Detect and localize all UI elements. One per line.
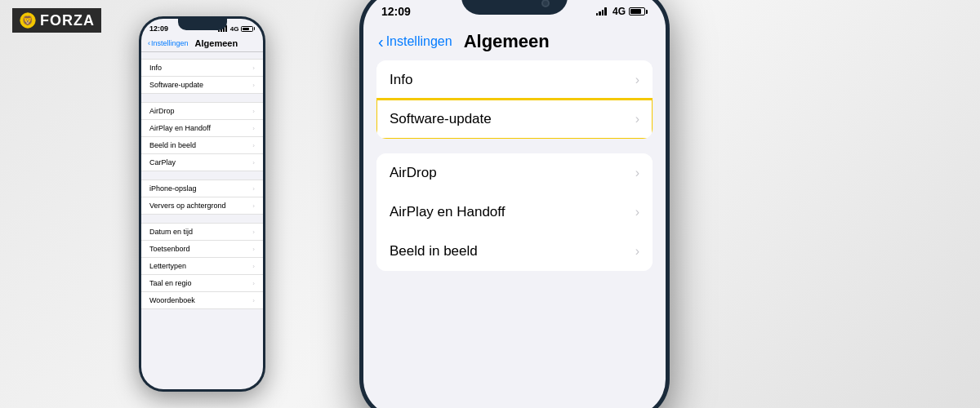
section-gap	[141, 171, 263, 180]
list-item[interactable]: Lettertypen ›	[141, 258, 263, 275]
item-software-update-label: Software-update	[390, 111, 492, 127]
section-small-4: Datum en tijd › Toetsenbord › Lettertype…	[141, 223, 263, 309]
list-item-software-update[interactable]: Software-update ›	[376, 100, 653, 139]
chevron-icon: ›	[252, 125, 255, 132]
item-airplay-label: AirPlay en Handoff	[390, 204, 505, 220]
chevron-icon: ›	[252, 142, 255, 149]
chevron-icon: ›	[252, 263, 255, 270]
list-item[interactable]: Woordenboek ›	[141, 292, 263, 309]
settings-list-small: Info › Software-update › AirDrop › AirPl…	[141, 52, 263, 309]
nav-bar-large: ‹ Instellingen Algemeen	[363, 28, 666, 60]
chevron-icon: ›	[252, 64, 255, 72]
list-item[interactable]: Taal en regio ›	[141, 275, 263, 292]
signal-bar-l2	[599, 11, 601, 16]
phone-large-notch	[461, 0, 568, 15]
chevron-icon: ›	[252, 108, 255, 115]
chevron-icon: ›	[635, 244, 639, 259]
list-item[interactable]: iPhone-opslag ›	[141, 180, 263, 197]
forza-lion-icon: 🦁	[19, 11, 37, 29]
list-item[interactable]: Ververs op achtergrond ›	[141, 197, 263, 215]
phone-large: 12:09 4G ‹ In	[359, 0, 670, 408]
settings-section-large-2: AirDrop › AirPlay en Handoff › Beeld in …	[376, 153, 653, 271]
signal-bar-4	[225, 25, 227, 32]
chevron-icon: ›	[252, 228, 255, 236]
list-item[interactable]: Beeld in beeld ›	[141, 137, 263, 154]
chevron-icon: ›	[252, 246, 255, 253]
section-small-2: AirDrop › AirPlay en Handoff › Beeld in …	[141, 102, 263, 171]
chevron-icon: ›	[252, 297, 255, 304]
nav-title-large: Algemeen	[464, 31, 550, 52]
network-large: 4G	[612, 6, 626, 17]
chevron-icon: ›	[635, 166, 639, 180]
network-small: 4G	[230, 25, 239, 33]
chevron-icon: ›	[635, 73, 639, 87]
list-item[interactable]: AirPlay en Handoff ›	[376, 193, 653, 232]
list-item[interactable]: AirDrop ›	[141, 102, 263, 120]
section-gap-large	[363, 140, 666, 153]
chevron-icon: ›	[252, 159, 255, 166]
phone-large-screen: 12:09 4G ‹ In	[363, 0, 666, 408]
time-large: 12:09	[381, 5, 411, 18]
chevron-icon: ›	[252, 202, 255, 210]
nav-bar-small: ‹ Instellingen Algemeen	[141, 37, 263, 52]
list-item[interactable]: Datum en tijd ›	[141, 223, 263, 241]
time-small: 12:09	[149, 24, 168, 33]
battery-icon-large	[629, 7, 648, 16]
section-small-3: iPhone-opslag › Ververs op achtergrond ›	[141, 180, 263, 215]
signal-bar-l3	[602, 10, 604, 16]
item-info-label: Info	[390, 72, 412, 88]
list-item[interactable]: AirPlay en Handoff ›	[141, 120, 263, 137]
nav-title-small: Algemeen	[195, 38, 238, 48]
chevron-icon: ›	[635, 205, 639, 220]
chevron-icon: ›	[252, 185, 255, 193]
back-chevron-small: ‹	[148, 39, 150, 47]
back-label-large: Instellingen	[386, 34, 452, 49]
logo-text: FORZA	[40, 12, 95, 29]
list-item[interactable]: Software-update ›	[141, 77, 263, 94]
back-label-small: Instellingen	[151, 39, 189, 47]
section-gap	[141, 94, 263, 102]
settings-list-large: Info › Software-update › AirDrop › AirPl…	[363, 60, 666, 273]
back-button-small[interactable]: ‹ Instellingen	[148, 39, 189, 47]
logo: 🦁 FORZA	[12, 8, 101, 33]
logo-area: 🦁 FORZA	[12, 8, 101, 33]
signal-bar-l1	[596, 13, 599, 16]
item-airdrop-label: AirDrop	[390, 165, 437, 181]
list-item[interactable]: Beeld in beeld ›	[376, 232, 653, 271]
list-item[interactable]: AirDrop ›	[376, 153, 653, 193]
phone-small: 12:09 4G ‹ In	[139, 16, 265, 392]
phone-small-notch	[178, 19, 227, 30]
list-item[interactable]: Info ›	[141, 59, 263, 77]
signal-icon-large	[596, 7, 607, 16]
section-small-1: Info › Software-update ›	[141, 59, 263, 94]
list-item[interactable]: CarPlay ›	[141, 154, 263, 171]
back-chevron-large: ‹	[378, 33, 384, 51]
chevron-icon: ›	[252, 280, 255, 287]
settings-section-large-1: Info › Software-update ›	[376, 60, 653, 139]
item-beeld-label: Beeld in beeld	[390, 243, 478, 259]
battery-icon-small	[241, 26, 256, 32]
chevron-icon: ›	[252, 82, 255, 89]
list-item[interactable]: Info ›	[376, 60, 653, 100]
notch-camera	[541, 0, 550, 7]
phone-small-screen: 12:09 4G ‹ In	[141, 19, 263, 389]
section-gap	[141, 215, 263, 223]
chevron-icon: ›	[635, 112, 639, 126]
signal-bar-l4	[604, 7, 607, 16]
status-icons-large: 4G	[596, 6, 648, 17]
list-item[interactable]: Toetsenbord ›	[141, 241, 263, 258]
svg-text:🦁: 🦁	[22, 15, 34, 26]
back-button-large[interactable]: ‹ Instellingen	[378, 33, 452, 51]
